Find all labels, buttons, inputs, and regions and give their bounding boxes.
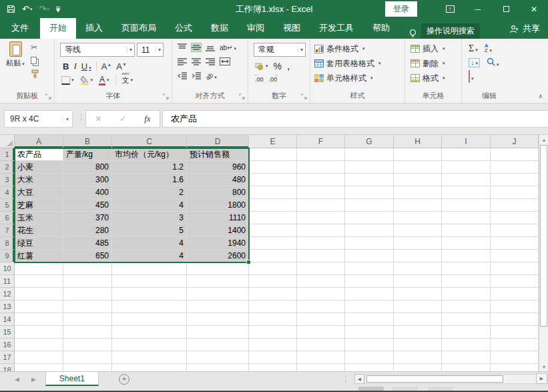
row-header-3[interactable]: 3	[0, 174, 15, 186]
cell-F10[interactable]	[297, 262, 345, 275]
clear-button[interactable]	[469, 71, 474, 83]
cell-H7[interactable]	[394, 224, 442, 237]
vertical-scrollbar[interactable]: ▲ ▼	[539, 135, 548, 371]
cut-icon[interactable]: ✂	[31, 43, 39, 52]
format-cells-button[interactable]: 格式	[405, 71, 461, 85]
cell-E8[interactable]	[249, 237, 297, 250]
insert-cells-button[interactable]: 插入	[405, 41, 461, 56]
cell-H13[interactable]	[394, 301, 442, 313]
cell-F7[interactable]	[297, 224, 345, 237]
name-box[interactable]: 9R x 4C ▾	[4, 110, 73, 128]
cell-I14[interactable]	[442, 313, 491, 326]
phonetic-button[interactable]: wén文	[122, 75, 133, 85]
find-select-button[interactable]	[487, 57, 499, 69]
scroll-right-icon[interactable]: ▶	[536, 373, 547, 384]
formula-bar-splitter[interactable]: ⋮	[77, 113, 85, 122]
tab-page-layout[interactable]: 页面布局	[112, 18, 166, 39]
cell-A1[interactable]: 农产品	[15, 148, 63, 161]
cell-E18[interactable]	[249, 364, 297, 371]
vertical-scroll-thumb[interactable]	[540, 145, 547, 327]
cell-D12[interactable]	[187, 288, 249, 301]
column-header-J[interactable]: J	[491, 135, 539, 148]
cell-D18[interactable]	[187, 364, 249, 371]
cell-J3[interactable]	[491, 174, 539, 186]
cell-B14[interactable]	[63, 313, 112, 326]
cell-E15[interactable]	[249, 326, 297, 339]
cell-D17[interactable]	[187, 351, 249, 364]
minimize-button[interactable]: ─	[464, 0, 492, 18]
cell-F13[interactable]	[297, 301, 345, 313]
cell-D7[interactable]: 1400	[187, 224, 249, 237]
cell-G18[interactable]	[345, 364, 394, 371]
cell-G12[interactable]	[345, 288, 394, 301]
row-header-12[interactable]: 12	[0, 288, 15, 301]
cell-B16[interactable]	[63, 339, 112, 351]
scroll-left-icon[interactable]: ◀	[354, 374, 364, 384]
column-header-G[interactable]: G	[345, 135, 394, 148]
cell-C16[interactable]	[112, 339, 187, 351]
cell-C12[interactable]	[112, 288, 187, 301]
cell-F8[interactable]	[297, 237, 345, 250]
cell-G1[interactable]	[345, 148, 394, 161]
number-dialog-launcher-icon[interactable]	[301, 93, 308, 100]
row-header-18[interactable]: 18	[0, 364, 15, 371]
scroll-down-icon[interactable]: ▼	[539, 362, 548, 371]
cell-J17[interactable]	[491, 351, 539, 364]
cell-F4[interactable]	[297, 186, 345, 199]
tab-help[interactable]: 帮助	[363, 18, 399, 39]
font-size-select[interactable]: 11▾	[137, 43, 164, 57]
bottom-align-icon[interactable]	[206, 43, 215, 51]
align-right-icon[interactable]	[206, 57, 215, 65]
tab-review[interactable]: 审阅	[238, 18, 274, 39]
cell-I17[interactable]	[442, 351, 491, 364]
cell-C4[interactable]: 2	[112, 186, 187, 199]
cell-C18[interactable]	[112, 364, 187, 371]
format-painter-icon[interactable]	[31, 69, 39, 78]
cell-J8[interactable]	[491, 237, 539, 250]
cell-H17[interactable]	[394, 351, 442, 364]
row-header-16[interactable]: 16	[0, 339, 15, 351]
cell-C3[interactable]: 1.6	[112, 174, 187, 186]
underline-button[interactable]: U	[81, 61, 91, 71]
cell-H8[interactable]	[394, 237, 442, 250]
cell-B9[interactable]: 650	[63, 250, 112, 262]
cell-E13[interactable]	[249, 301, 297, 313]
cell-G17[interactable]	[345, 351, 394, 364]
cell-G8[interactable]	[345, 237, 394, 250]
column-header-E[interactable]: E	[249, 135, 297, 148]
cell-A10[interactable]	[15, 262, 63, 275]
cell-J11[interactable]	[491, 275, 539, 288]
conditional-formatting-button[interactable]: 条件格式	[310, 41, 404, 56]
cell-D1[interactable]: 预计销售额	[187, 148, 249, 161]
cell-C13[interactable]	[112, 301, 187, 313]
close-button[interactable]: ✕	[520, 0, 548, 18]
row-header-5[interactable]: 5	[0, 199, 15, 212]
cell-D14[interactable]	[187, 313, 249, 326]
sort-filter-button[interactable]: AZ	[485, 43, 492, 55]
cell-F2[interactable]	[297, 161, 345, 174]
row-header-10[interactable]: 10	[0, 262, 15, 275]
cell-I11[interactable]	[442, 275, 491, 288]
cell-F17[interactable]	[297, 351, 345, 364]
cell-I2[interactable]	[442, 161, 491, 174]
cell-J6[interactable]	[491, 212, 539, 224]
cell-I9[interactable]	[442, 250, 491, 262]
cell-I7[interactable]	[442, 224, 491, 237]
row-header-2[interactable]: 2	[0, 161, 15, 174]
cell-A15[interactable]	[15, 326, 63, 339]
row-header-6[interactable]: 6	[0, 212, 15, 224]
cell-D3[interactable]: 480	[187, 174, 249, 186]
cell-C17[interactable]	[112, 351, 187, 364]
merge-center-icon[interactable]	[220, 57, 230, 65]
share-button[interactable]: 共享	[509, 23, 540, 35]
increase-decimal-button[interactable]: ←.00	[255, 76, 264, 83]
cell-C2[interactable]: 1.2	[112, 161, 187, 174]
cell-A4[interactable]: 大豆	[15, 186, 63, 199]
font-dialog-launcher-icon[interactable]	[163, 93, 170, 100]
font-color-button[interactable]: A	[99, 75, 109, 85]
cell-H16[interactable]	[394, 339, 442, 351]
cell-F6[interactable]	[297, 212, 345, 224]
cell-G7[interactable]	[345, 224, 394, 237]
cell-C10[interactable]	[112, 262, 187, 275]
cell-G13[interactable]	[345, 301, 394, 313]
